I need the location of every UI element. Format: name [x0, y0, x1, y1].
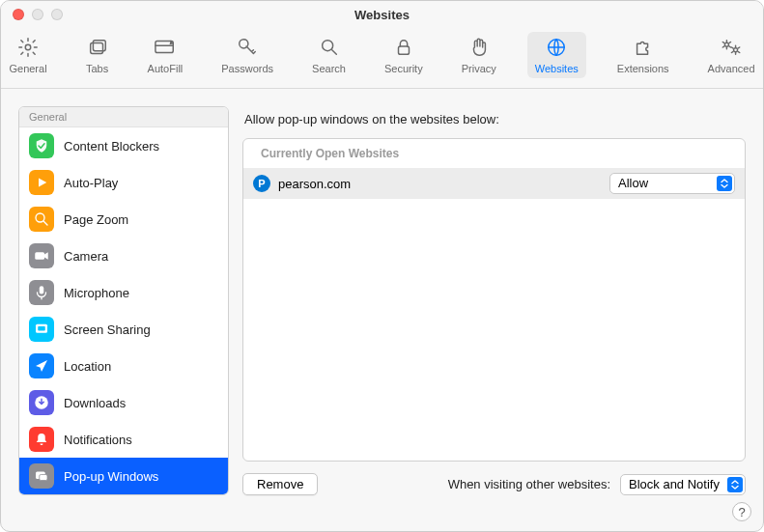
close-icon[interactable] [13, 9, 24, 20]
sidebar-item-downloads[interactable]: Downloads [19, 384, 228, 421]
sidebar-item-microphone[interactable]: Microphone [19, 274, 228, 311]
svg-point-0 [25, 44, 31, 50]
sidebar-item-auto-play[interactable]: Auto-Play [19, 164, 228, 201]
hand-icon [467, 36, 491, 59]
toolbar-label: General [9, 63, 46, 74]
mic-icon [29, 280, 54, 305]
remove-button[interactable]: Remove [242, 473, 318, 495]
svg-point-8 [724, 42, 728, 46]
toolbar-security[interactable]: Security [377, 32, 431, 78]
toolbar-extensions[interactable]: Extensions [609, 32, 677, 78]
bottom-bar: Remove When visiting other websites: Blo… [242, 462, 746, 495]
sidebar-item-pop-up-windows[interactable]: Pop-up Windows [19, 458, 228, 494]
toolbar-label: Tabs [86, 63, 108, 74]
sidebar-item-label: Notifications [64, 433, 132, 447]
svg-rect-2 [93, 41, 105, 51]
svg-rect-12 [40, 286, 44, 294]
autofill-icon [154, 36, 177, 59]
gear-icon [16, 36, 40, 59]
default-policy-select-wrap: Block and Notify [620, 474, 746, 495]
websites-box: Currently Open Websites P pearson.com Al… [242, 138, 746, 462]
sidebar-item-label: Screen Sharing [64, 322, 151, 337]
minimize-icon[interactable] [32, 9, 43, 20]
toolbar-label: AutoFill [148, 63, 184, 74]
sidebar-item-label: Location [64, 359, 111, 374]
site-policy-select[interactable]: Allow [609, 173, 735, 194]
search-icon [318, 36, 341, 59]
site-favicon-icon: P [253, 175, 270, 192]
sidebar-item-content-blockers[interactable]: Content Blockers [19, 127, 228, 164]
window-title: Websites [354, 8, 410, 22]
sidebar: General Content BlockersAuto-PlayPage Zo… [18, 106, 229, 495]
toolbar-label: Advanced [708, 63, 755, 74]
sidebar-item-label: Page Zoom [64, 212, 128, 227]
camera-icon [29, 243, 54, 268]
sidebar-item-label: Microphone [64, 286, 129, 300]
main-heading: Allow pop-up windows on the websites bel… [242, 106, 746, 138]
website-row[interactable]: P pearson.com Allow [243, 168, 745, 199]
zoom-icon [29, 207, 54, 232]
toolbar-label: Websites [535, 63, 579, 74]
key-icon [236, 36, 259, 59]
default-policy-label: When visiting other websites: [448, 477, 610, 491]
lock-icon [392, 36, 415, 59]
bell-icon [29, 427, 54, 452]
toolbar-label: Security [384, 63, 423, 74]
sidebar-item-screen-sharing[interactable]: Screen Sharing [19, 311, 228, 348]
toolbar-privacy[interactable]: Privacy [454, 32, 504, 78]
sidebar-item-label: Pop-up Windows [64, 469, 158, 484]
toolbar-websites[interactable]: Websites [527, 32, 586, 78]
sidebar-item-camera[interactable]: Camera [19, 238, 228, 274]
sidebar-item-label: Auto-Play [64, 176, 118, 190]
default-policy: When visiting other websites: Block and … [448, 474, 746, 495]
tabs-icon [86, 36, 109, 59]
download-icon [29, 390, 54, 415]
toolbar-search[interactable]: Search [304, 32, 354, 78]
toolbar-advanced[interactable]: Advanced [700, 32, 763, 78]
window-controls [13, 9, 63, 20]
toolbar-passwords[interactable]: Passwords [213, 32, 281, 78]
popup-icon [29, 463, 54, 489]
toolbar-general[interactable]: General [1, 32, 54, 78]
maximize-icon[interactable] [51, 9, 63, 20]
titlebar: Websites [1, 1, 763, 28]
sidebar-item-location[interactable]: Location [19, 348, 228, 384]
svg-rect-6 [398, 46, 409, 54]
sidebar-item-label: Content Blockers [64, 139, 159, 154]
toolbar-label: Extensions [617, 63, 669, 74]
main-panel: Allow pop-up windows on the websites bel… [242, 106, 746, 495]
content-area: General Content BlockersAuto-PlayPage Zo… [1, 89, 763, 513]
sidebar-item-label: Downloads [64, 396, 126, 410]
play-icon [29, 170, 54, 195]
svg-point-5 [322, 41, 332, 51]
websites-section-header: Currently Open Websites [243, 139, 745, 168]
location-icon [29, 353, 54, 378]
sidebar-item-label: Camera [64, 249, 108, 264]
svg-point-9 [734, 48, 738, 52]
sidebar-item-notifications[interactable]: Notifications [19, 421, 228, 458]
toolbar-label: Search [312, 63, 346, 74]
svg-point-10 [36, 213, 44, 222]
websites-rows: P pearson.com Allow [243, 168, 745, 199]
help-button[interactable]: ? [732, 502, 751, 521]
sidebar-list: Content BlockersAuto-PlayPage ZoomCamera… [19, 127, 228, 494]
screen-icon [29, 317, 54, 342]
toolbar-label: Passwords [221, 63, 273, 74]
toolbar-label: Privacy [462, 63, 496, 74]
content-blockers-icon [29, 133, 54, 158]
preferences-toolbar: GeneralTabsAutoFillPasswordsSearchSecuri… [1, 28, 763, 89]
svg-rect-17 [40, 475, 47, 481]
sidebar-header: General [19, 107, 228, 127]
toolbar-autofill[interactable]: AutoFill [140, 32, 191, 78]
puzzle-icon [632, 36, 655, 59]
gears-icon [720, 36, 743, 59]
site-policy-select-wrap: Allow [609, 173, 735, 194]
sidebar-item-page-zoom[interactable]: Page Zoom [19, 201, 228, 238]
toolbar-tabs[interactable]: Tabs [78, 32, 117, 78]
svg-rect-1 [90, 42, 102, 53]
site-domain: pearson.com [278, 177, 351, 191]
globe-icon [545, 36, 568, 59]
default-policy-select[interactable]: Block and Notify [620, 474, 746, 495]
preferences-window: Websites GeneralTabsAutoFillPasswordsSea… [0, 0, 764, 532]
svg-rect-11 [35, 252, 44, 260]
